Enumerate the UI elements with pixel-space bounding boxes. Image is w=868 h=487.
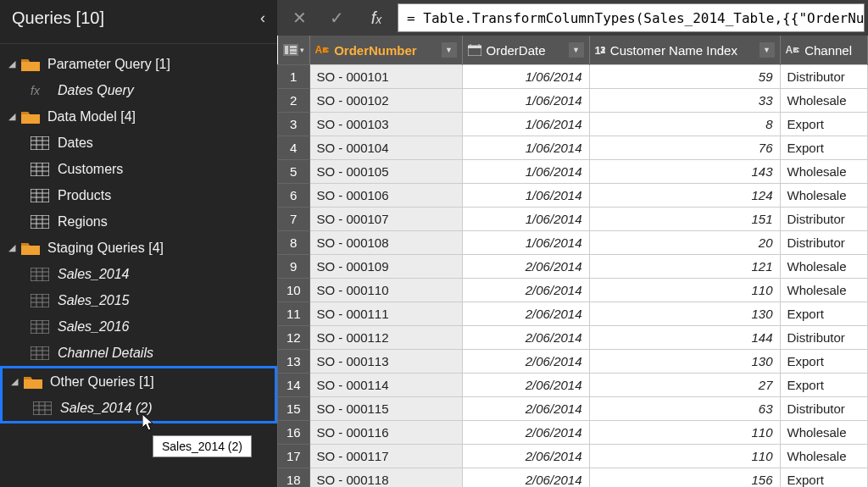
cell-customerindex[interactable]: 20 bbox=[589, 231, 780, 255]
select-all-button[interactable]: ▾ bbox=[278, 36, 310, 65]
cell-orderdate[interactable]: 1/06/2014 bbox=[462, 65, 589, 89]
cell-channel[interactable]: Export bbox=[780, 136, 868, 160]
table-row[interactable]: 3SO - 0001031/06/20148Export bbox=[278, 113, 868, 136]
table-row[interactable]: 10SO - 0001102/06/2014110Wholesale bbox=[278, 279, 868, 302]
cell-ordernumber[interactable]: SO - 000113 bbox=[309, 350, 462, 374]
cell-channel[interactable]: Wholesale bbox=[780, 279, 868, 302]
column-filter-button[interactable]: ▼ bbox=[442, 42, 457, 58]
table-row[interactable]: 4SO - 0001041/06/201476Export bbox=[278, 136, 868, 160]
row-number[interactable]: 6 bbox=[278, 184, 310, 208]
cell-customerindex[interactable]: 76 bbox=[589, 136, 780, 160]
cell-orderdate[interactable]: 1/06/2014 bbox=[462, 160, 589, 184]
cell-customerindex[interactable]: 151 bbox=[589, 208, 780, 231]
row-number[interactable]: 18 bbox=[278, 468, 310, 488]
cell-orderdate[interactable]: 2/06/2014 bbox=[462, 302, 589, 326]
row-number[interactable]: 1 bbox=[278, 65, 310, 89]
query-item[interactable]: fxDates Query bbox=[0, 77, 277, 103]
column-header-orderdate[interactable]: OrderDate ▼ bbox=[462, 36, 589, 65]
cell-channel[interactable]: Wholesale bbox=[780, 184, 868, 208]
cell-ordernumber[interactable]: SO - 000114 bbox=[309, 374, 462, 397]
query-item[interactable]: Sales_2014 bbox=[0, 261, 277, 287]
query-item[interactable]: Regions bbox=[0, 208, 277, 235]
cell-ordernumber[interactable]: SO - 000115 bbox=[309, 397, 462, 421]
cell-ordernumber[interactable]: SO - 000107 bbox=[309, 208, 462, 231]
cell-ordernumber[interactable]: SO - 000110 bbox=[309, 279, 462, 302]
fx-icon[interactable]: fx bbox=[355, 8, 398, 28]
row-number[interactable]: 2 bbox=[278, 89, 310, 113]
cell-channel[interactable]: Wholesale bbox=[780, 445, 868, 468]
cell-customerindex[interactable]: 124 bbox=[589, 184, 780, 208]
column-filter-button[interactable]: ▼ bbox=[569, 42, 584, 58]
table-row[interactable]: 2SO - 0001021/06/201433Wholesale bbox=[278, 89, 868, 113]
cell-channel[interactable]: Export bbox=[780, 302, 868, 326]
table-row[interactable]: 11SO - 0001112/06/2014130Export bbox=[278, 302, 868, 326]
cell-customerindex[interactable]: 144 bbox=[589, 326, 780, 350]
cell-orderdate[interactable]: 2/06/2014 bbox=[462, 255, 589, 279]
table-row[interactable]: 13SO - 0001132/06/2014130Export bbox=[278, 350, 868, 374]
cell-ordernumber[interactable]: SO - 000101 bbox=[309, 65, 462, 89]
row-number[interactable]: 17 bbox=[278, 445, 310, 468]
table-row[interactable]: 7SO - 0001071/06/2014151Distributor bbox=[278, 208, 868, 231]
cell-channel[interactable]: Wholesale bbox=[780, 255, 868, 279]
cell-ordernumber[interactable]: SO - 000108 bbox=[309, 231, 462, 255]
cell-ordernumber[interactable]: SO - 000117 bbox=[309, 445, 462, 468]
cell-orderdate[interactable]: 2/06/2014 bbox=[462, 279, 589, 302]
column-header-ordernumber[interactable]: ABC OrderNumber ▼ bbox=[309, 36, 462, 65]
formula-input[interactable]: = Table.TransformColumnTypes(Sales_2014_… bbox=[398, 3, 865, 32]
cell-customerindex[interactable]: 121 bbox=[589, 255, 780, 279]
row-number[interactable]: 12 bbox=[278, 326, 310, 350]
cell-orderdate[interactable]: 2/06/2014 bbox=[462, 374, 589, 397]
cell-ordernumber[interactable]: SO - 000103 bbox=[309, 113, 462, 136]
cell-channel[interactable]: Wholesale bbox=[780, 89, 868, 113]
cell-ordernumber[interactable]: SO - 000102 bbox=[309, 89, 462, 113]
table-row[interactable]: 16SO - 0001162/06/2014110Wholesale bbox=[278, 421, 868, 445]
cell-orderdate[interactable]: 1/06/2014 bbox=[462, 184, 589, 208]
column-header-channel[interactable]: ABC Channel bbox=[780, 36, 868, 65]
cell-ordernumber[interactable]: SO - 000106 bbox=[309, 184, 462, 208]
cell-orderdate[interactable]: 2/06/2014 bbox=[462, 468, 589, 488]
cell-customerindex[interactable]: 63 bbox=[589, 397, 780, 421]
cell-ordernumber[interactable]: SO - 000116 bbox=[309, 421, 462, 445]
cell-channel[interactable]: Wholesale bbox=[780, 160, 868, 184]
query-group[interactable]: ◢Parameter Query [1] bbox=[0, 51, 277, 77]
cell-ordernumber[interactable]: SO - 000109 bbox=[309, 255, 462, 279]
cell-channel[interactable]: Export bbox=[780, 374, 868, 397]
collapse-sidebar-button[interactable]: ‹ bbox=[260, 9, 265, 27]
cell-orderdate[interactable]: 2/06/2014 bbox=[462, 445, 589, 468]
row-number[interactable]: 5 bbox=[278, 160, 310, 184]
cell-ordernumber[interactable]: SO - 000104 bbox=[309, 136, 462, 160]
row-number[interactable]: 9 bbox=[278, 255, 310, 279]
table-row[interactable]: 18SO - 0001182/06/2014156Export bbox=[278, 468, 868, 488]
cell-ordernumber[interactable]: SO - 000111 bbox=[309, 302, 462, 326]
cell-customerindex[interactable]: 130 bbox=[589, 302, 780, 326]
commit-formula-button[interactable]: ✓ bbox=[318, 1, 355, 35]
cell-channel[interactable]: Distributor bbox=[780, 231, 868, 255]
cell-channel[interactable]: Distributor bbox=[780, 326, 868, 350]
table-row[interactable]: 5SO - 0001051/06/2014143Wholesale bbox=[278, 160, 868, 184]
row-number[interactable]: 3 bbox=[278, 113, 310, 136]
cell-customerindex[interactable]: 110 bbox=[589, 279, 780, 302]
table-row[interactable]: 17SO - 0001172/06/2014110Wholesale bbox=[278, 445, 868, 468]
cell-customerindex[interactable]: 130 bbox=[589, 350, 780, 374]
cell-channel[interactable]: Wholesale bbox=[780, 421, 868, 445]
cell-orderdate[interactable]: 2/06/2014 bbox=[462, 326, 589, 350]
query-group[interactable]: ◢Staging Queries [4] bbox=[0, 235, 277, 261]
column-filter-button[interactable]: ▼ bbox=[760, 42, 775, 58]
query-item[interactable]: Sales_2016 bbox=[0, 313, 277, 340]
cell-channel[interactable]: Export bbox=[780, 113, 868, 136]
column-header-customerindex[interactable]: 123 Customer Name Index ▼ bbox=[589, 36, 780, 65]
cell-customerindex[interactable]: 8 bbox=[589, 113, 780, 136]
cell-orderdate[interactable]: 1/06/2014 bbox=[462, 89, 589, 113]
row-number[interactable]: 10 bbox=[278, 279, 310, 302]
cell-orderdate[interactable]: 1/06/2014 bbox=[462, 208, 589, 231]
cell-channel[interactable]: Distributor bbox=[780, 208, 868, 231]
query-group[interactable]: ◢Data Model [4] bbox=[0, 103, 277, 130]
query-item[interactable]: Products bbox=[0, 182, 277, 208]
cell-orderdate[interactable]: 2/06/2014 bbox=[462, 350, 589, 374]
cell-channel[interactable]: Distributor bbox=[780, 397, 868, 421]
cell-orderdate[interactable]: 1/06/2014 bbox=[462, 113, 589, 136]
row-number[interactable]: 13 bbox=[278, 350, 310, 374]
cell-customerindex[interactable]: 110 bbox=[589, 445, 780, 468]
query-group[interactable]: ◢Other Queries [1] bbox=[3, 368, 275, 395]
query-item[interactable]: Dates bbox=[0, 130, 277, 156]
